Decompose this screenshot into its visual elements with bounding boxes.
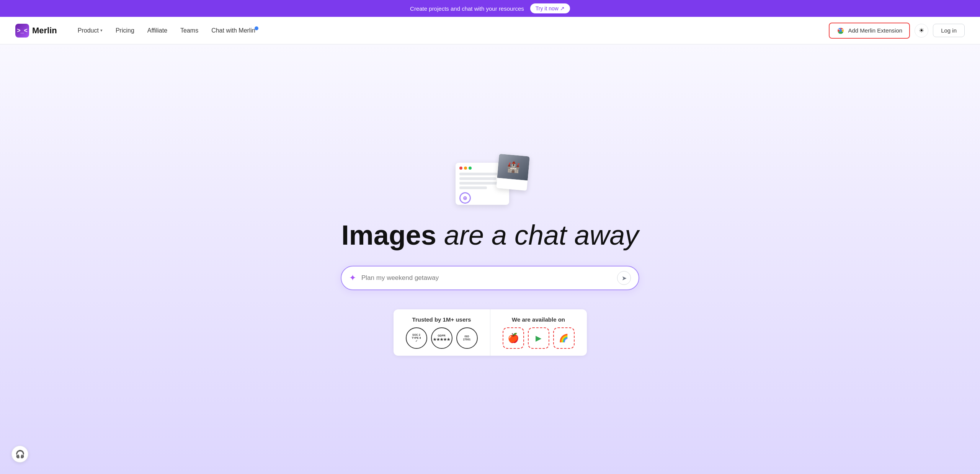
chevron-down-icon: ▾ [100,28,103,33]
headset-icon: 🎧 [15,449,25,459]
logo-text: Merlin [32,26,57,36]
search-input[interactable] [361,274,612,282]
search-bar: ✦ ➤ [341,266,639,290]
trust-section: Trusted by 1M+ users SOC 2 TYPE II ✓ GDP… [394,309,587,356]
doc-line [459,182,501,185]
iso-badge: ISO 27001 [456,327,478,349]
logo-icon: >_< [15,24,29,38]
extension-button[interactable]: 🌈 [553,327,575,349]
add-extension-button[interactable]: Add Merlin Extension [829,23,910,39]
svg-point-2 [840,29,842,31]
try-it-button[interactable]: Try it now ↗ [530,3,570,13]
support-widget[interactable]: 🎧 [11,446,28,463]
hero-section: ⊕ 🏰 Images are a chat away ✦ ➤ Trusted b… [0,44,980,474]
banner-text: Create projects and chat with your resou… [410,5,524,12]
nav-actions: Add Merlin Extension ☀ Log in [829,23,965,39]
login-button[interactable]: Log in [933,24,965,37]
nav-item-affiliate[interactable]: Affiliate [142,24,173,37]
gdpr-badge: GDPR ★★★★★ [431,327,452,349]
dot-red [459,167,462,170]
trust-label: Trusted by 1M+ users [406,316,478,323]
search-container: ✦ ➤ [341,266,639,290]
chat-badge [255,26,258,30]
send-icon: ➤ [622,275,627,282]
apple-icon: 🍎 [508,333,519,343]
rainbow-icon: 🌈 [559,333,568,343]
doc-line [459,186,487,189]
add-extension-label: Add Merlin Extension [848,27,902,34]
sun-icon: ☀ [919,27,924,34]
hero-title: Images are a chat away [341,220,639,250]
dot-yellow [464,167,467,170]
nav-item-teams[interactable]: Teams [175,24,204,37]
apple-store-button[interactable]: 🍎 [503,327,524,349]
globe-icon: ⊕ [459,192,471,204]
top-banner: Create projects and chat with your resou… [0,0,980,17]
photo-image: 🏰 [497,154,530,181]
dot-green [469,167,472,170]
trust-right: We are available on 🍎 ▶ 🌈 [490,309,587,356]
platform-buttons: 🍎 ▶ 🌈 [503,327,575,349]
chrome-icon [836,26,845,35]
hero-title-italic: are a chat away [444,220,639,250]
hero-title-bold: Images [341,220,444,250]
nav-item-chat[interactable]: Chat with Merlin [206,24,261,37]
google-play-button[interactable]: ▶ [528,327,549,349]
soc2-badge: SOC 2 TYPE II ✓ [406,327,427,349]
nav-item-pricing[interactable]: Pricing [110,24,140,37]
doc-line [459,177,496,180]
navbar: >_< Merlin Product ▾ Pricing Affiliate T… [0,17,980,44]
logo-link[interactable]: >_< Merlin [15,24,57,38]
nav-links: Product ▾ Pricing Affiliate Teams Chat w… [72,24,829,37]
available-label: We are available on [503,316,575,323]
photo-card: 🏰 [496,154,530,191]
trust-badges: SOC 2 TYPE II ✓ GDPR ★★★★★ ISO 27001 [406,327,478,349]
nav-item-product[interactable]: Product ▾ [72,24,108,37]
sparkle-icon: ✦ [349,273,356,283]
search-send-button[interactable]: ➤ [617,271,631,285]
theme-toggle-button[interactable]: ☀ [915,24,928,38]
trust-left: Trusted by 1M+ users SOC 2 TYPE II ✓ GDP… [394,309,490,356]
google-play-icon: ▶ [536,333,541,343]
hero-illustration: ⊕ 🏰 [448,155,532,209]
